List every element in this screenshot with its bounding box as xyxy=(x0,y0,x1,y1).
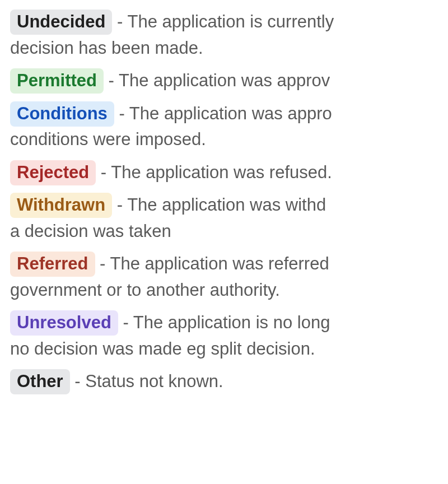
status-description: - Status not known. xyxy=(70,371,223,391)
status-item: Permitted - The application was approv xyxy=(10,68,448,94)
status-item: Conditions - The application was approco… xyxy=(10,101,448,153)
status-badge: Other xyxy=(10,369,70,394)
status-description: - The application was appro xyxy=(114,104,332,123)
status-description-continued: decision has been made. xyxy=(10,35,448,62)
status-definitions-list: Undecided - The application is currently… xyxy=(10,9,448,395)
status-description: - The application is no long xyxy=(118,313,330,332)
status-badge: Unresolved xyxy=(10,310,118,336)
status-description: - The application was approv xyxy=(104,71,330,90)
status-description: - The application was withd xyxy=(112,195,326,215)
status-badge: Rejected xyxy=(10,160,96,185)
status-item: Other - Status not known. xyxy=(10,369,448,395)
status-badge: Conditions xyxy=(10,101,114,127)
status-item: Referred - The application was referredg… xyxy=(10,251,448,303)
status-item: Withdrawn - The application was withda d… xyxy=(10,192,448,244)
status-description: - The application was referred xyxy=(95,254,329,273)
status-description-continued: conditions were imposed. xyxy=(10,127,448,153)
status-description-continued: a decision was taken xyxy=(10,218,448,245)
status-description: - The application is currently xyxy=(112,12,334,31)
status-badge: Permitted xyxy=(10,68,104,94)
status-description-continued: no decision was made eg split decision. xyxy=(10,336,448,362)
status-item: Unresolved - The application is no longn… xyxy=(10,310,448,362)
status-item: Undecided - The application is currently… xyxy=(10,9,448,61)
status-badge: Undecided xyxy=(10,10,112,35)
status-description: - The application was refused. xyxy=(96,162,332,182)
status-badge: Withdrawn xyxy=(10,193,112,218)
status-item: Rejected - The application was refused. xyxy=(10,160,448,186)
status-badge: Referred xyxy=(10,252,95,277)
status-description-continued: government or to another authority. xyxy=(10,277,448,304)
